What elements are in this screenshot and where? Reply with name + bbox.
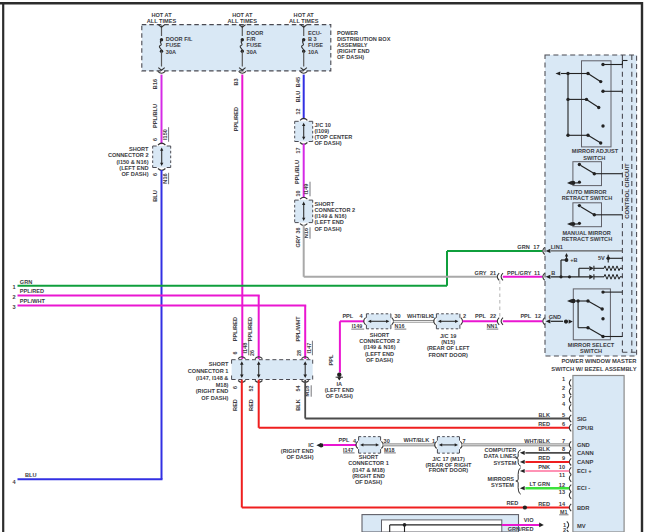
svg-text:CONNECTOR 1: CONNECTOR 1 [348, 460, 389, 466]
svg-text:I149: I149 [303, 184, 309, 195]
svg-text:B16: B16 [152, 79, 158, 89]
svg-text:SHORT: SHORT [359, 454, 379, 460]
svg-text:3: 3 [562, 393, 565, 399]
svg-text:DOOR: DOOR [247, 30, 264, 36]
svg-text:B 3: B 3 [308, 36, 317, 42]
svg-text:M18: M18 [384, 447, 395, 453]
svg-text:VIO: VIO [524, 517, 534, 523]
svg-text:10: 10 [559, 464, 565, 470]
svg-text:BLU: BLU [295, 91, 301, 103]
svg-text:PPL/WHT: PPL/WHT [295, 316, 301, 342]
svg-text:I149: I149 [352, 323, 363, 329]
svg-text:PPL/RED: PPL/RED [20, 288, 44, 294]
svg-text:7: 7 [463, 438, 466, 444]
svg-text:7: 7 [562, 438, 565, 444]
svg-text:CANP: CANP [577, 459, 594, 465]
svg-text:9: 9 [562, 455, 565, 461]
svg-text:N16: N16 [162, 173, 168, 183]
svg-text:6: 6 [562, 421, 565, 427]
svg-text:5: 5 [562, 412, 565, 418]
svg-text:(LEFT END: (LEFT END [365, 351, 394, 357]
svg-text:54: 54 [295, 386, 301, 392]
svg-text:OF DASH): OF DASH) [286, 454, 313, 460]
svg-text:(I149 & N16): (I149 & N16) [363, 344, 395, 350]
svg-text:(I147, I148 &: (I147, I148 & [196, 375, 228, 381]
svg-text:(I149 & N16): (I149 & N16) [315, 213, 347, 219]
svg-text:MV: MV [577, 523, 586, 529]
svg-text:SHORT: SHORT [209, 361, 229, 367]
svg-text:HOT AT: HOT AT [294, 12, 315, 18]
svg-text:SYSTEM: SYSTEM [491, 482, 514, 488]
svg-text:GRN/RED: GRN/RED [508, 526, 534, 532]
svg-text:6: 6 [232, 352, 238, 355]
svg-text:PPL/BLU: PPL/BLU [152, 104, 158, 128]
svg-text:SHORT: SHORT [315, 201, 335, 207]
svg-text:PPL: PPL [520, 313, 531, 319]
svg-text:OF DASH): OF DASH) [315, 140, 342, 146]
svg-text:17: 17 [533, 244, 539, 250]
svg-text:RED: RED [506, 500, 518, 506]
svg-text:SWITCH: SWITCH [580, 348, 602, 354]
svg-text:GRY: GRY [475, 270, 487, 276]
svg-text:FUSE: FUSE [166, 42, 181, 48]
svg-text:6: 6 [232, 386, 238, 389]
svg-text:PPL: PPL [342, 313, 353, 319]
svg-text:(LEFT END: (LEFT END [315, 219, 344, 225]
svg-text:MANUAL MIRROR: MANUAL MIRROR [562, 230, 610, 236]
svg-text:6: 6 [152, 173, 158, 176]
svg-text:SHORT: SHORT [129, 146, 149, 152]
svg-text:(REAR OF LEFT: (REAR OF LEFT [427, 345, 470, 351]
svg-text:22: 22 [490, 313, 496, 319]
svg-text:IC: IC [308, 442, 314, 448]
svg-text:17: 17 [295, 148, 301, 154]
svg-text:(I150 & N16): (I150 & N16) [116, 159, 148, 165]
svg-text:1: 1 [562, 376, 565, 382]
svg-text:GRN: GRN [517, 244, 529, 250]
svg-text:SHORT: SHORT [370, 332, 390, 338]
svg-text:HOT AT: HOT AT [151, 12, 172, 18]
svg-text:36: 36 [295, 228, 301, 234]
svg-text:BLK: BLK [539, 446, 551, 452]
svg-text:BDR: BDR [577, 505, 590, 511]
svg-text:ALL TIMES: ALL TIMES [289, 18, 319, 24]
svg-text:26: 26 [249, 350, 255, 356]
svg-text:30: 30 [394, 313, 400, 319]
svg-text:1: 1 [431, 313, 434, 319]
svg-text:12: 12 [559, 482, 565, 488]
svg-text:PPL/RED: PPL/RED [233, 107, 239, 131]
svg-text:2: 2 [562, 385, 565, 391]
svg-text:21: 21 [490, 270, 496, 276]
svg-text:B45: B45 [295, 77, 301, 87]
svg-text:PPL/RED: PPL/RED [232, 317, 238, 341]
svg-text:PNK: PNK [538, 464, 550, 470]
svg-text:30A: 30A [247, 49, 257, 55]
svg-text:ECI +: ECI + [577, 468, 592, 474]
svg-text:PPL/RED: PPL/RED [247, 317, 253, 341]
svg-text:CONNECTOR 1: CONNECTOR 1 [188, 368, 229, 374]
svg-text:BLU: BLU [152, 190, 158, 202]
svg-text:ALL TIMES: ALL TIMES [147, 18, 177, 24]
svg-text:PPL: PPL [328, 354, 334, 365]
svg-text:FRONT DOOR): FRONT DOOR) [428, 352, 468, 358]
svg-text:(RIGHT END: (RIGHT END [196, 388, 229, 394]
svg-text:POWER WINDOW MASTER: POWER WINDOW MASTER [561, 358, 637, 364]
svg-text:RED: RED [538, 501, 550, 507]
svg-text:28: 28 [296, 350, 302, 356]
svg-text:I147: I147 [343, 447, 354, 453]
svg-text:CONNECTOR 2: CONNECTOR 2 [315, 207, 356, 213]
svg-text:OF DASH): OF DASH) [121, 171, 148, 177]
svg-text:I148: I148 [242, 343, 248, 354]
svg-text:52: 52 [248, 386, 254, 392]
svg-text:RED: RED [232, 399, 238, 411]
svg-text:(RIGHT END: (RIGHT END [352, 473, 385, 479]
svg-text:(TOP CENTER: (TOP CENTER [315, 134, 353, 140]
svg-text:WHT/BLK: WHT/BLK [407, 313, 433, 319]
svg-text:BLU: BLU [25, 472, 37, 478]
svg-text:SYSTEM: SYSTEM [493, 460, 516, 466]
svg-text:12: 12 [535, 313, 541, 319]
svg-text:OF DASH): OF DASH) [326, 393, 353, 399]
svg-text:COMPUTER: COMPUTER [484, 447, 516, 453]
svg-text:12: 12 [295, 109, 301, 115]
svg-text:LT GRN: LT GRN [530, 481, 550, 487]
svg-text:10: 10 [295, 191, 301, 197]
